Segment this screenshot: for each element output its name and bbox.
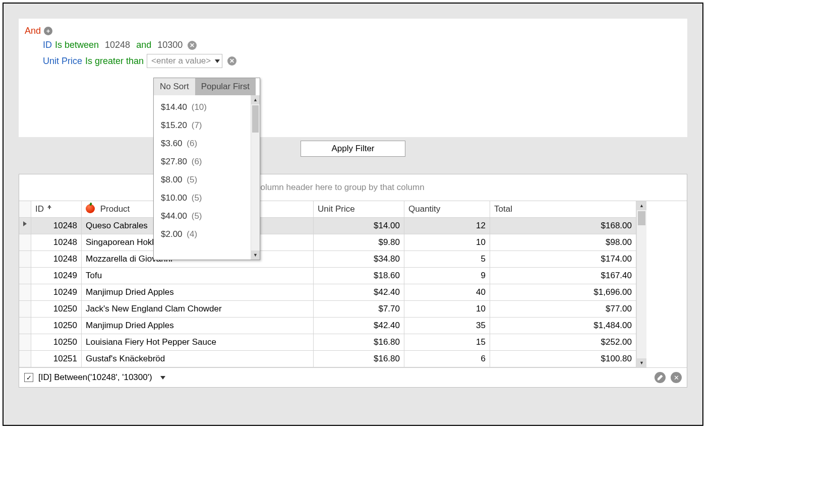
pencil-icon — [658, 375, 663, 381]
cell-unit-price[interactable]: $18.60 — [314, 268, 404, 284]
cell-id[interactable]: 10248 — [31, 234, 82, 251]
column-header-id[interactable]: ID — [31, 201, 82, 218]
cell-product[interactable]: Louisiana Fiery Hot Pepper Sauce — [82, 334, 314, 351]
row-indicator[interactable] — [19, 234, 31, 251]
filter-value-dropdown[interactable]: <enter a value> — [147, 54, 222, 68]
remove-condition-icon[interactable]: ✕ — [188, 41, 197, 50]
dropdown-item[interactable]: $2.00 (4) — [154, 225, 251, 243]
clear-filter-button[interactable]: ✕ — [671, 372, 682, 383]
dropdown-item[interactable]: $3.60 (6) — [154, 135, 251, 153]
remove-condition-icon[interactable]: ✕ — [227, 56, 236, 66]
cell-unit-price[interactable]: $42.40 — [314, 318, 404, 334]
cell-product[interactable]: Jack's New England Clam Chowder — [82, 301, 314, 318]
scroll-down-icon[interactable]: ▼ — [637, 358, 646, 367]
row-indicator[interactable] — [19, 268, 31, 284]
apply-filter-button[interactable]: Apply Filter — [301, 141, 405, 157]
cell-id[interactable]: 10250 — [31, 318, 82, 334]
cell-total[interactable]: $252.00 — [490, 334, 636, 351]
filter-value[interactable]: 10248 — [105, 40, 130, 50]
column-header-label: Total — [494, 204, 512, 214]
row-indicator[interactable] — [19, 318, 31, 334]
chevron-down-icon[interactable] — [160, 376, 165, 380]
cell-unit-price[interactable]: $42.40 — [314, 284, 404, 301]
column-header-label: Product — [100, 204, 130, 214]
filter-field[interactable]: ID — [43, 40, 52, 50]
cell-product[interactable]: Tofu — [82, 268, 314, 284]
dropdown-item[interactable]: $15.20 (7) — [154, 116, 251, 135]
dropdown-item-value: $2.00 — [161, 229, 183, 239]
cell-total[interactable]: $98.00 — [490, 234, 636, 251]
cell-unit-price[interactable]: $16.80 — [314, 351, 404, 367]
cell-total[interactable]: $168.00 — [490, 218, 636, 234]
grid-scrollbar[interactable]: ▲ ▼ — [636, 201, 646, 367]
dropdown-scrollbar[interactable]: ▲ ▼ — [251, 95, 260, 260]
scroll-up-icon[interactable]: ▲ — [637, 201, 646, 210]
scroll-up-icon[interactable]: ▲ — [251, 95, 260, 104]
cell-id[interactable]: 10249 — [31, 268, 82, 284]
edit-filter-button[interactable] — [655, 372, 666, 383]
cell-quantity[interactable]: 5 — [404, 251, 490, 268]
filter-root-node[interactable]: And + — [25, 26, 681, 36]
cell-quantity[interactable]: 10 — [404, 234, 490, 251]
row-indicator[interactable] — [19, 251, 31, 268]
column-header-unit-price[interactable]: Unit Price — [314, 201, 404, 218]
column-header-total[interactable]: Total — [490, 201, 636, 218]
dropdown-item[interactable]: $8.00 (5) — [154, 171, 251, 189]
cell-quantity[interactable]: 35 — [404, 318, 490, 334]
cell-id[interactable]: 10249 — [31, 284, 82, 301]
filter-field[interactable]: Unit Price — [43, 56, 82, 67]
row-indicator[interactable] — [19, 284, 31, 301]
add-condition-icon[interactable]: + — [44, 27, 52, 35]
row-indicator-header — [19, 201, 31, 218]
cell-quantity[interactable]: 12 — [404, 218, 490, 234]
cell-quantity[interactable]: 10 — [404, 301, 490, 318]
cell-product[interactable]: Manjimup Dried Apples — [82, 318, 314, 334]
cell-unit-price[interactable]: $9.80 — [314, 234, 404, 251]
cell-id[interactable]: 10250 — [31, 301, 82, 318]
dropdown-item-value: $15.20 — [161, 120, 187, 130]
cell-product[interactable]: Manjimup Dried Apples — [82, 284, 314, 301]
cell-id[interactable]: 10248 — [31, 218, 82, 234]
row-indicator[interactable] — [19, 301, 31, 318]
cell-product[interactable]: Gustaf's Knäckebröd — [82, 351, 314, 367]
column-header-label: Unit Price — [318, 204, 355, 214]
cell-quantity[interactable]: 9 — [404, 268, 490, 284]
cell-unit-price[interactable]: $14.00 — [314, 218, 404, 234]
column-header-quantity[interactable]: Quantity — [404, 201, 490, 218]
cell-unit-price[interactable]: $7.70 — [314, 301, 404, 318]
filter-value[interactable]: 10300 — [157, 40, 183, 50]
dropdown-item[interactable]: $44.00 (5) — [154, 207, 251, 225]
cell-total[interactable]: $77.00 — [490, 301, 636, 318]
cell-id[interactable]: 10248 — [31, 251, 82, 268]
cell-id[interactable]: 10251 — [31, 351, 82, 367]
value-dropdown-popup: No Sort Popular First $14.40 (10)$15.20 … — [153, 78, 260, 260]
dropdown-item[interactable]: $14.40 (10) — [154, 98, 251, 116]
cell-total[interactable]: $174.00 — [490, 251, 636, 268]
dropdown-tab-popular[interactable]: Popular First — [195, 78, 256, 95]
cell-total[interactable]: $1,484.00 — [490, 318, 636, 334]
scroll-thumb[interactable] — [638, 211, 645, 225]
cell-quantity[interactable]: 15 — [404, 334, 490, 351]
row-indicator[interactable] — [19, 334, 31, 351]
cell-total[interactable]: $167.40 — [490, 268, 636, 284]
cell-id[interactable]: 10250 — [31, 334, 82, 351]
filter-operator[interactable]: Is greater than — [85, 56, 144, 67]
dropdown-item-value: $10.00 — [161, 193, 187, 203]
filter-expression[interactable]: [ID] Between('10248', '10300') — [38, 372, 152, 383]
cell-quantity[interactable]: 40 — [404, 284, 490, 301]
cell-unit-price[interactable]: $16.80 — [314, 334, 404, 351]
scroll-down-icon[interactable]: ▼ — [251, 250, 260, 260]
dropdown-tab-nosort[interactable]: No Sort — [154, 78, 195, 95]
row-indicator[interactable] — [19, 351, 31, 367]
group-panel[interactable]: column header here to group by that colu… — [19, 174, 687, 201]
filter-enabled-checkbox[interactable]: ✓ — [24, 373, 33, 382]
dropdown-item[interactable]: $10.00 (5) — [154, 189, 251, 207]
cell-quantity[interactable]: 6 — [404, 351, 490, 367]
dropdown-item[interactable]: $27.80 (6) — [154, 153, 251, 171]
cell-total[interactable]: $100.80 — [490, 351, 636, 367]
scroll-thumb[interactable] — [252, 105, 259, 133]
row-indicator[interactable] — [19, 218, 31, 234]
cell-unit-price[interactable]: $34.80 — [314, 251, 404, 268]
cell-total[interactable]: $1,696.00 — [490, 284, 636, 301]
filter-operator[interactable]: Is between — [55, 40, 99, 50]
